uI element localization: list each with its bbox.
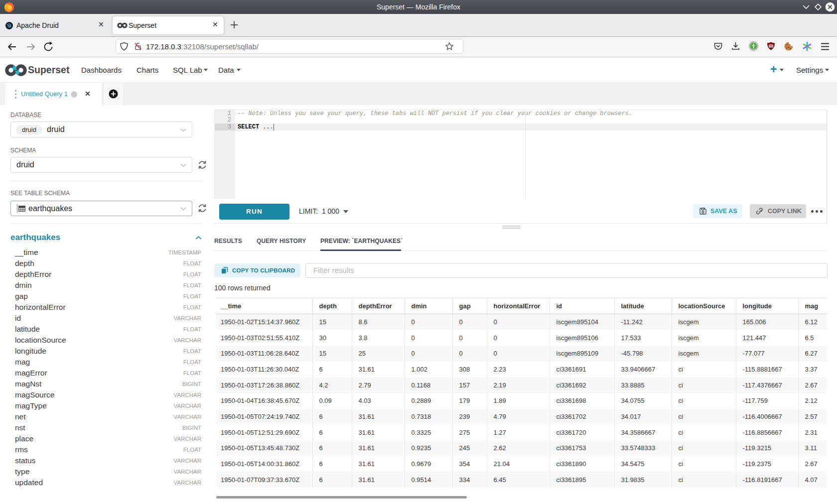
svg-text:UO: UO [769, 44, 773, 47]
